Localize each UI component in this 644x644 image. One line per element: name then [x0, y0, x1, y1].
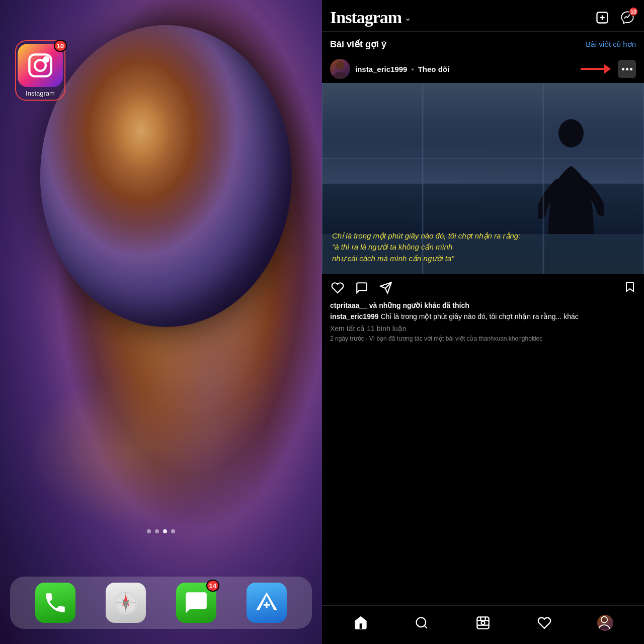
- svg-point-2: [45, 58, 48, 61]
- header-chevron-icon: ⌄: [405, 13, 411, 23]
- svg-point-30: [601, 617, 607, 623]
- page-dot-1[interactable]: [147, 529, 151, 533]
- post-actions: [322, 274, 644, 301]
- instagram-logo-svg: [27, 52, 53, 78]
- post-more-button[interactable]: [618, 60, 636, 78]
- instagram-app-icon[interactable]: 10 Instagram: [15, 40, 65, 101]
- page-dot-4[interactable]: [171, 529, 175, 533]
- appstore-app-icon[interactable]: [247, 583, 287, 623]
- separator: ·: [366, 335, 369, 342]
- messages-app-icon[interactable]: 14: [176, 583, 216, 623]
- more-dot-3: [630, 68, 632, 70]
- suggested-title: Bài viết gợi ý: [330, 39, 386, 50]
- phone-icon-svg: [43, 590, 68, 615]
- appstore-icon-svg: [254, 590, 279, 615]
- older-posts-link[interactable]: Bài viết cũ hơn: [586, 40, 636, 49]
- home-nav-icon: [354, 616, 368, 630]
- svg-point-25: [481, 621, 485, 625]
- suggested-posts-header: Bài viết gợi ý Bài viết cũ hơn: [322, 32, 644, 55]
- likes-text: ctpritaaa__ và những người khác đã thích: [330, 301, 469, 309]
- more-dot-1: [622, 68, 624, 70]
- messages-badge: 14: [206, 580, 219, 592]
- page-dot-2[interactable]: [155, 529, 159, 533]
- safari-icon-svg: [113, 590, 138, 615]
- iphone-home-screen: 10 Instagram: [0, 0, 322, 644]
- instagram-icon-graphic: 10: [18, 44, 63, 87]
- post-image-text-overlay: Chỉ là trong một phút giây nào đó, tôi c…: [332, 230, 634, 265]
- svg-point-31: [599, 625, 610, 629]
- separator-dot: •: [411, 65, 414, 73]
- instagram-wordmark: Instagram: [330, 8, 401, 27]
- messages-icon-svg: [184, 590, 209, 615]
- header-icons: 10: [594, 9, 636, 26]
- comment-icon: [355, 281, 368, 294]
- share-button[interactable]: [378, 280, 393, 295]
- bookmark-icon-svg: [624, 281, 636, 293]
- home-nav-button[interactable]: [350, 612, 372, 634]
- post-header: insta_eric1999 • Theo dõi: [322, 55, 644, 83]
- follow-button[interactable]: Theo dõi: [418, 65, 450, 73]
- profile-avatar: [597, 615, 613, 631]
- instagram-header: Instagram ⌄ 10: [322, 0, 644, 32]
- view-comments-link[interactable]: Xem tất cả 11 bình luận: [330, 325, 636, 333]
- bottom-navigation: [322, 605, 644, 644]
- post-user-info: insta_eric1999 • Theo dõi: [355, 65, 576, 73]
- app-grid: 10 Instagram: [15, 40, 65, 101]
- post-image[interactable]: Chỉ là trong một phút giây nào đó, tôi c…: [322, 83, 644, 274]
- search-nav-icon: [415, 616, 429, 630]
- avatar-svg: [330, 59, 350, 79]
- instagram-logo[interactable]: Instagram ⌄: [330, 8, 411, 27]
- post-username[interactable]: insta_eric1999: [355, 65, 407, 73]
- messages-notification-badge: 10: [629, 7, 638, 16]
- safari-app-icon[interactable]: [106, 583, 146, 623]
- profile-avatar-svg: [597, 615, 611, 629]
- add-square-icon: [595, 11, 609, 25]
- comment-button[interactable]: [354, 280, 369, 295]
- phone-app-icon[interactable]: [35, 583, 75, 623]
- heart-icon: [331, 281, 344, 294]
- red-arrow-icon: [581, 61, 611, 76]
- reason-text: Vì bạn đã tương tác với một bài viết của…: [369, 335, 543, 342]
- caption-body: Chỉ là trong một phút giây nào đó, tôi c…: [380, 312, 578, 320]
- activity-nav-button[interactable]: [533, 612, 555, 634]
- bookmark-button[interactable]: [624, 281, 636, 295]
- share-icon: [379, 281, 392, 294]
- like-button[interactable]: [330, 280, 345, 295]
- post-meta: ctpritaaa__ và những người khác đã thích…: [322, 301, 644, 347]
- instagram-label: Instagram: [26, 90, 55, 97]
- avatar-image: [330, 59, 350, 79]
- arrow-indicator: [581, 61, 611, 76]
- post-timestamp: 2 ngày trước · Vì bạn đã tương tác với m…: [330, 335, 636, 342]
- svg-point-13: [333, 72, 347, 79]
- instagram-panel: Instagram ⌄ 10 Bài viết gợi ý Bài: [322, 0, 644, 644]
- search-nav-button[interactable]: [411, 612, 433, 634]
- heart-nav-icon: [537, 616, 551, 630]
- direct-messages-button[interactable]: 10: [619, 9, 636, 26]
- post-caption: insta_eric1999 Chỉ là trong một phút giâ…: [330, 312, 636, 322]
- dock: 14: [10, 577, 312, 629]
- instagram-badge: 10: [54, 40, 67, 52]
- caption-username[interactable]: insta_eric1999: [330, 312, 379, 320]
- more-dot-2: [626, 68, 628, 70]
- page-dots: [147, 529, 175, 533]
- post-likes: ctpritaaa__ và những người khác đã thích: [330, 301, 636, 309]
- svg-point-12: [336, 61, 344, 69]
- post-actions-left: [330, 280, 393, 295]
- timestamp-text: 2 ngày trước: [330, 335, 364, 342]
- svg-rect-24: [477, 617, 489, 628]
- reels-nav-button[interactable]: [472, 612, 494, 634]
- post-avatar[interactable]: [330, 59, 350, 79]
- profile-nav-button[interactable]: [594, 612, 616, 634]
- page-dot-3[interactable]: [163, 529, 167, 533]
- reels-nav-icon: [476, 616, 490, 630]
- svg-line-23: [425, 625, 427, 628]
- svg-point-22: [417, 618, 426, 627]
- post-overlay-text: Chỉ là trong một phút giây nào đó, tôi c…: [332, 230, 634, 265]
- add-content-button[interactable]: [594, 9, 611, 26]
